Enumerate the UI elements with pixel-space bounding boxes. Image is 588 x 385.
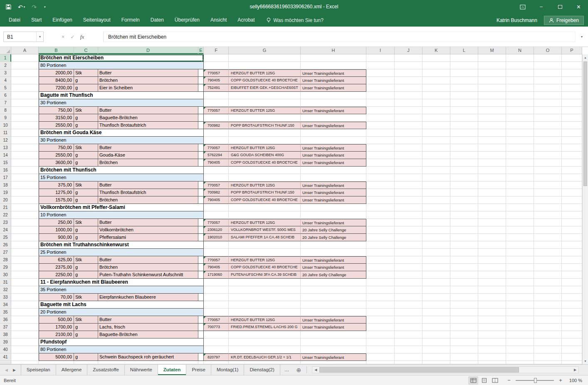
cell-K7[interactable] — [422, 99, 450, 107]
cell-G15[interactable]: COPP GOLDSTUECKE 40 BROETCHE — [229, 159, 301, 167]
cell-L24[interactable] — [450, 226, 478, 234]
cell-M25[interactable] — [478, 234, 506, 241]
row-header-21[interactable]: 21 — [0, 204, 11, 211]
cell-P1[interactable] — [562, 54, 582, 62]
cell-J34[interactable] — [395, 301, 422, 309]
cell-M1[interactable] — [478, 54, 506, 62]
cell-K16[interactable] — [422, 167, 450, 174]
cell-I31[interactable] — [366, 279, 395, 286]
cell-C8[interactable]: Stk — [74, 107, 98, 114]
cell-I37[interactable] — [366, 324, 395, 331]
cell-L37[interactable] — [450, 324, 478, 331]
cell-K20[interactable] — [422, 196, 450, 204]
cell-K3[interactable] — [422, 69, 450, 77]
cell-B21[interactable]: Vollkornbrötchen mit Pfeffer-Salami — [39, 204, 204, 211]
cell-M13[interactable] — [478, 144, 506, 152]
cell-F18[interactable]: 770057 — [204, 181, 229, 189]
cell-L17[interactable] — [450, 174, 478, 181]
cell-M32[interactable] — [478, 286, 506, 294]
cell-M4[interactable] — [478, 77, 506, 84]
cell-B28[interactable]: 625,00 — [39, 256, 74, 264]
cell-J31[interactable] — [395, 279, 422, 286]
row-header-17[interactable]: 17 — [0, 174, 11, 181]
cell-A16[interactable] — [11, 167, 39, 174]
cell-P29[interactable] — [562, 264, 582, 271]
cell-H26[interactable] — [301, 241, 366, 249]
cell-M29[interactable] — [478, 264, 506, 271]
cell-A41[interactable] — [11, 353, 39, 361]
cell-J27[interactable] — [395, 249, 422, 256]
cell-N22[interactable] — [506, 211, 534, 219]
cell-E8[interactable] — [198, 107, 204, 114]
cell-A27[interactable] — [11, 249, 39, 256]
cell-O18[interactable] — [534, 181, 562, 189]
row-header-3[interactable]: 3 — [0, 69, 11, 77]
cell-A13[interactable] — [11, 144, 39, 152]
cell-J2[interactable] — [395, 62, 422, 69]
cell-B20[interactable]: 1575,00 — [39, 196, 74, 204]
cell-B27[interactable]: 25 Portionen — [39, 249, 204, 256]
cell-G27[interactable] — [229, 249, 301, 256]
cell-K9[interactable] — [422, 114, 450, 122]
cell-K33[interactable] — [422, 294, 450, 301]
cancel-button[interactable]: × — [58, 34, 68, 40]
horizontal-scrollbar[interactable]: ◀ ▶ — [312, 366, 579, 373]
cell-K1[interactable] — [422, 54, 450, 62]
cell-J9[interactable] — [395, 114, 422, 122]
cell-H37[interactable]: Unser Trainingslieferant — [301, 324, 366, 331]
cell-C37[interactable]: g — [74, 324, 98, 331]
cell-G6[interactable] — [229, 92, 301, 99]
cell-E18[interactable] — [198, 181, 204, 189]
cell-L10[interactable] — [450, 122, 478, 129]
row-header-12[interactable]: 12 — [0, 137, 11, 144]
column-header-E[interactable]: E — [198, 47, 204, 54]
cell-D4[interactable]: Brötchen — [98, 77, 198, 84]
cell-N7[interactable] — [506, 99, 534, 107]
row-header-16[interactable]: 16 — [0, 167, 11, 174]
row-header-40[interactable]: 40 — [0, 346, 11, 353]
cell-G2[interactable] — [229, 62, 301, 69]
row-header-33[interactable]: 33 — [0, 294, 11, 301]
cell-A9[interactable] — [11, 114, 39, 122]
cell-A4[interactable] — [11, 77, 39, 84]
cell-I20[interactable] — [366, 196, 395, 204]
cell-K30[interactable] — [422, 271, 450, 279]
cell-J21[interactable] — [395, 204, 422, 211]
cell-J12[interactable] — [395, 137, 422, 144]
cell-I13[interactable] — [366, 144, 395, 152]
cell-K29[interactable] — [422, 264, 450, 271]
cell-F24[interactable]: 2306120 — [204, 226, 229, 234]
cell-A32[interactable] — [11, 286, 39, 294]
cell-B15[interactable]: 3600,00 — [39, 159, 74, 167]
cell-C24[interactable]: g — [74, 226, 98, 234]
cell-I9[interactable] — [366, 114, 395, 122]
cell-F37[interactable]: 700773 — [204, 324, 229, 331]
row-header-30[interactable]: 30 — [0, 271, 11, 279]
cell-J16[interactable] — [395, 167, 422, 174]
cell-F19[interactable]: 700982 — [204, 189, 229, 196]
cell-B39[interactable]: Pfundstopf — [39, 338, 204, 346]
cell-I35[interactable] — [366, 309, 395, 316]
cell-M14[interactable] — [478, 152, 506, 159]
cell-N4[interactable] — [506, 77, 534, 84]
scroll-right-icon[interactable]: ▶ — [572, 368, 578, 372]
cell-K12[interactable] — [422, 137, 450, 144]
cell-F21[interactable] — [204, 204, 229, 211]
cell-F31[interactable] — [204, 279, 229, 286]
cell-F23[interactable]: 770057 — [204, 219, 229, 226]
cell-J18[interactable] — [395, 181, 422, 189]
cell-K10[interactable] — [422, 122, 450, 129]
cell-P37[interactable] — [562, 324, 582, 331]
cell-N8[interactable] — [506, 107, 534, 114]
cell-J1[interactable] — [395, 54, 422, 62]
cell-D29[interactable]: Brötchen — [98, 264, 198, 271]
cell-B12[interactable]: 30 Portionen — [39, 137, 204, 144]
cell-J22[interactable] — [395, 211, 422, 219]
cell-B2[interactable]: 80 Portionen — [39, 62, 204, 69]
cell-P11[interactable] — [562, 129, 582, 137]
cell-H40[interactable] — [301, 346, 366, 353]
cell-K22[interactable] — [422, 211, 450, 219]
cell-D33[interactable]: Eierpfannkuchen Blaubeere — [98, 294, 198, 301]
cell-G7[interactable] — [229, 99, 301, 107]
row-header-13[interactable]: 13 — [0, 144, 11, 152]
